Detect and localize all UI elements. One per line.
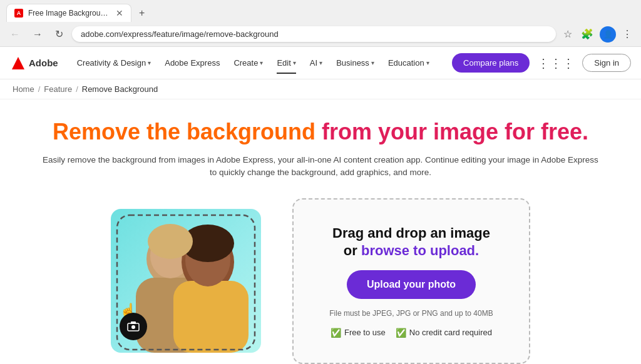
content-area: ☝️ Drag and drop an image or browse to u… — [20, 198, 621, 364]
adobe-logo[interactable]: Adobe — [10, 56, 58, 71]
breadcrumb-current: Remove Background — [82, 84, 158, 94]
upload-drop-zone[interactable]: Drag and drop an image or browse to uplo… — [292, 198, 530, 364]
bookmark-icon[interactable]: ☆ — [561, 26, 575, 43]
adobe-logo-text: Adobe — [29, 58, 58, 68]
file-info-text: File must be JPEG, JPG or PNG and up to … — [329, 309, 493, 318]
nav-item-create[interactable]: Create ▾ — [227, 53, 269, 73]
browser-menu-icon[interactable]: ⋮ — [620, 26, 635, 43]
browser-title-bar: A Free Image Background Remo... ✕ + — [0, 0, 641, 22]
back-button[interactable]: ← — [6, 28, 24, 41]
drag-drop-text: Drag and drop an image or browse to uplo… — [332, 225, 490, 260]
svg-point-11 — [131, 325, 135, 329]
tab-label: Free Image Background Remo... — [28, 9, 108, 18]
browser-toolbar-icons: ☆ 🧩 👤 ⋮ — [561, 26, 635, 43]
feature-badges: ✅ Free to use ✅ No credit card required — [331, 328, 492, 338]
chevron-down-icon: ▾ — [148, 59, 151, 66]
upload-photo-button[interactable]: Upload your photo — [347, 270, 476, 299]
main-content: Remove the background from your image fo… — [8, 99, 633, 364]
breadcrumb: Home / Feature / Remove Background — [0, 79, 641, 99]
check-icon-2: ✅ — [396, 328, 406, 338]
address-bar[interactable] — [72, 26, 556, 42]
demo-image: ☝️ — [111, 209, 261, 353]
demo-image-container: ☝️ — [111, 209, 274, 353]
chevron-down-icon: ▾ — [293, 59, 296, 66]
no-credit-card-badge: ✅ No credit card required — [396, 328, 492, 338]
breadcrumb-feature[interactable]: Feature — [44, 84, 72, 94]
svg-rect-12 — [131, 321, 136, 324]
browser-tab[interactable]: A Free Image Background Remo... ✕ — [6, 4, 131, 22]
remove-bg-tool-icon — [120, 313, 147, 340]
browse-link[interactable]: browse to upload. — [361, 243, 479, 258]
adobe-nav: Creativity & Design ▾ Adobe Express Crea… — [71, 53, 452, 73]
nav-item-creativity[interactable]: Creativity & Design ▾ — [71, 53, 158, 73]
nav-item-education[interactable]: Education ▾ — [382, 53, 436, 73]
extensions-icon[interactable]: 🧩 — [578, 26, 596, 43]
browser-address-bar: ← → ↻ ☆ 🧩 👤 ⋮ — [0, 22, 641, 46]
user-avatar[interactable]: 👤 — [600, 26, 616, 43]
chevron-down-icon: ▾ — [371, 59, 374, 66]
apps-grid-icon[interactable]: ⋮⋮⋮ — [537, 56, 575, 71]
header-right: Compare plans ⋮⋮⋮ Sign in — [452, 53, 631, 73]
nav-item-business[interactable]: Business ▾ — [330, 53, 381, 73]
chevron-down-icon: ▾ — [319, 59, 322, 66]
new-tab-button[interactable]: + — [134, 6, 150, 20]
tab-favicon: A — [14, 9, 23, 18]
browser-chrome: A Free Image Background Remo... ✕ + ← → … — [0, 0, 641, 47]
hero-title-orange: Remove the background — [53, 119, 322, 144]
free-to-use-badge: ✅ Free to use — [331, 328, 386, 338]
breadcrumb-home[interactable]: Home — [13, 84, 34, 94]
hero-subtitle: Easily remove the background from images… — [39, 154, 602, 179]
adobe-header: Adobe Creativity & Design ▾ Adobe Expres… — [0, 47, 641, 79]
nav-item-express[interactable]: Adobe Express — [158, 53, 226, 73]
compare-plans-button[interactable]: Compare plans — [452, 53, 530, 73]
chevron-down-icon: ▾ — [260, 59, 263, 66]
svg-marker-0 — [12, 57, 24, 69]
nav-item-edit[interactable]: Edit ▾ — [270, 53, 302, 73]
tab-close-icon[interactable]: ✕ — [116, 8, 123, 18]
nav-item-ai[interactable]: AI ▾ — [304, 53, 329, 73]
hero-title-pink: from your image for free. — [322, 119, 588, 144]
breadcrumb-sep-2: / — [76, 84, 78, 94]
check-icon-1: ✅ — [331, 328, 341, 338]
refresh-button[interactable]: ↻ — [51, 27, 67, 41]
svg-rect-5 — [173, 281, 249, 353]
chevron-down-icon: ▾ — [426, 59, 429, 66]
adobe-logo-icon — [10, 56, 25, 71]
svg-point-8 — [148, 224, 193, 259]
forward-button[interactable]: → — [29, 28, 46, 41]
breadcrumb-sep-1: / — [38, 84, 41, 94]
sign-in-button[interactable]: Sign in — [582, 54, 631, 72]
hero-title: Remove the background from your image fo… — [20, 118, 621, 145]
